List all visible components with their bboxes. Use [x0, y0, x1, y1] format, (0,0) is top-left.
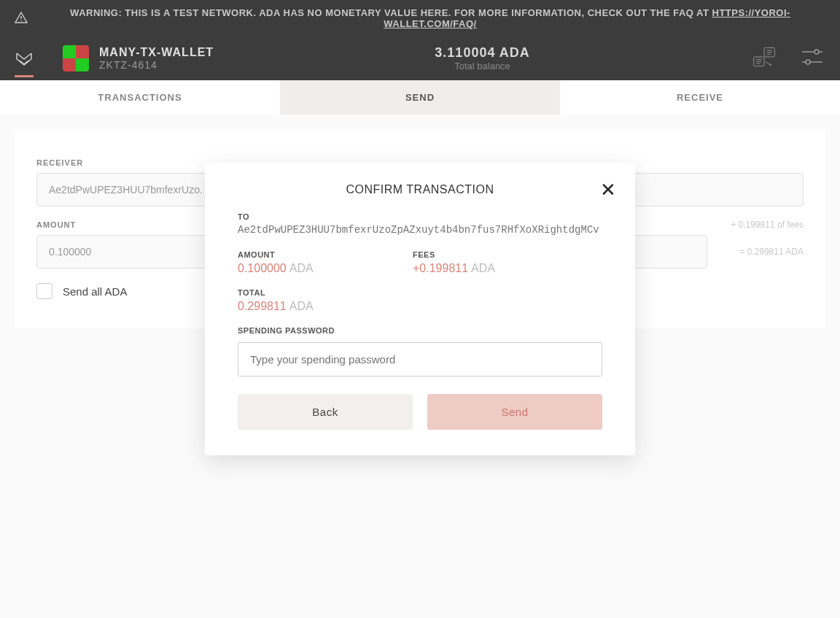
modal-total-value: 0.299811 — [238, 300, 287, 312]
close-icon[interactable]: ✕ — [600, 179, 616, 201]
modal-fees-value: +0.199811 — [413, 262, 468, 274]
modal-amount-unit: ADA — [289, 262, 314, 274]
modal-overlay: CONFIRM TRANSACTION ✕ TO Ae2tdPwUPEZ3HUU… — [0, 0, 840, 618]
send-button[interactable]: Send — [427, 394, 602, 430]
password-input[interactable] — [238, 342, 602, 376]
modal-title: CONFIRM TRANSACTION — [230, 183, 610, 196]
modal-total-unit: ADA — [289, 300, 314, 312]
back-button[interactable]: Back — [238, 394, 413, 430]
confirm-modal: CONFIRM TRANSACTION ✕ TO Ae2tdPwUPEZ3HUU… — [205, 163, 635, 455]
modal-amount-label: AMOUNT — [238, 250, 369, 259]
modal-fees-unit: ADA — [471, 262, 495, 274]
modal-amount-value: 0.100000 — [238, 262, 287, 274]
modal-total-label: TOTAL — [238, 288, 602, 297]
to-address: Ae2tdPwUPEZ3HUU7bmfexrUzoZpAZxuyt4b4bn7f… — [238, 224, 602, 236]
to-label: TO — [238, 212, 602, 221]
modal-fees-label: FEES — [413, 250, 544, 259]
password-label: SPENDING PASSWORD — [238, 326, 602, 335]
